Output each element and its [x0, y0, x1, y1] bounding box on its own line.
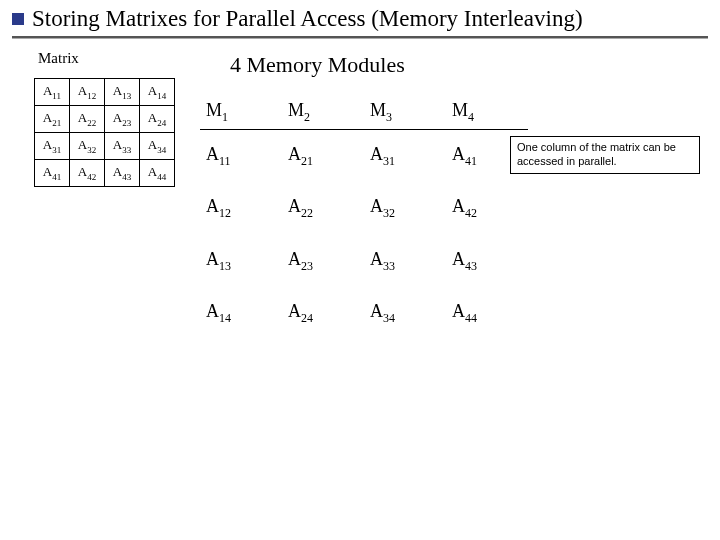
title-row: Storing Matrixes for Parallel Access (Me… [0, 0, 720, 32]
cell: A42 [70, 160, 105, 187]
matrix-label: Matrix [38, 50, 79, 67]
matrix-row: A11A12A13A14 [35, 79, 175, 106]
cell: A11 [200, 129, 282, 182]
module-header: M1 [200, 96, 282, 129]
module-row: A13A23A33A43 [200, 235, 528, 288]
cell: A13 [200, 235, 282, 288]
cell: A14 [140, 79, 175, 106]
cell: A24 [282, 287, 364, 340]
module-row: A11A21A31A41 [200, 129, 528, 182]
module-header: M4 [446, 96, 528, 129]
cell: A14 [200, 287, 282, 340]
cell: A41 [35, 160, 70, 187]
module-row: A12A22A32A42 [200, 182, 528, 235]
module-row: A14A24A34A44 [200, 287, 528, 340]
cell: A24 [140, 106, 175, 133]
cell: A12 [70, 79, 105, 106]
cell: A31 [364, 129, 446, 182]
bullet-icon [12, 13, 24, 25]
cell: A12 [200, 182, 282, 235]
cell: A42 [446, 182, 528, 235]
cell: A34 [364, 287, 446, 340]
page-title: Storing Matrixes for Parallel Access (Me… [32, 6, 583, 32]
matrix-row: A41A42A43A44 [35, 160, 175, 187]
cell: A32 [364, 182, 446, 235]
title-underline [12, 36, 708, 38]
matrix-grid: A11A12A13A14A21A22A23A24A31A32A33A34A41A… [34, 78, 175, 187]
matrix-row: A21A22A23A24 [35, 106, 175, 133]
note-box: One column of the matrix can be accessed… [510, 136, 700, 174]
cell: A32 [70, 133, 105, 160]
module-header: M2 [282, 96, 364, 129]
cell: A31 [35, 133, 70, 160]
cell: A33 [364, 235, 446, 288]
cell: A43 [446, 235, 528, 288]
cell: A33 [105, 133, 140, 160]
cell: A22 [282, 182, 364, 235]
cell: A21 [282, 129, 364, 182]
module-header: M3 [364, 96, 446, 129]
cell: A21 [35, 106, 70, 133]
cell: A11 [35, 79, 70, 106]
cell: A22 [70, 106, 105, 133]
modules-table: M1M2M3M4 A11A21A31A41A12A22A32A42A13A23A… [200, 96, 528, 340]
cell: A34 [140, 133, 175, 160]
cell: A44 [140, 160, 175, 187]
cell: A43 [105, 160, 140, 187]
cell: A23 [282, 235, 364, 288]
cell: A23 [105, 106, 140, 133]
modules-title: 4 Memory Modules [230, 52, 405, 78]
cell: A44 [446, 287, 528, 340]
cell: A13 [105, 79, 140, 106]
matrix-row: A31A32A33A34 [35, 133, 175, 160]
